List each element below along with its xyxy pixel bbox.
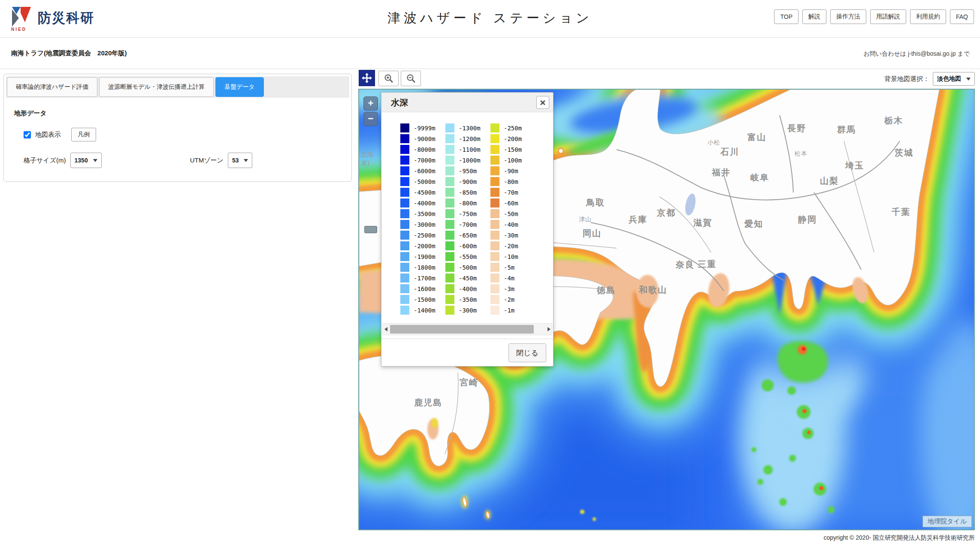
legend-row: -4500m bbox=[400, 188, 445, 197]
map-place-label: 奈良 bbox=[675, 260, 695, 269]
nav-button[interactable]: 解説 bbox=[802, 9, 826, 24]
legend-color-swatch bbox=[400, 156, 409, 165]
legend-color-swatch bbox=[445, 145, 454, 154]
legend-color-swatch bbox=[400, 263, 409, 272]
legend-row: -9999m bbox=[400, 123, 445, 132]
legend-color-swatch bbox=[400, 231, 409, 240]
gsi-tile-attribution[interactable]: 地理院タイル bbox=[923, 516, 972, 527]
legend-row: -2000m bbox=[400, 241, 445, 250]
legend-color-swatch bbox=[400, 188, 409, 197]
legend-depth-label: -1700m bbox=[414, 275, 436, 282]
legend-color-swatch bbox=[400, 134, 409, 143]
panel-body: 地形データ 地図表示 凡例 格子サイズ(m) 1350 UTMゾーン 53 bbox=[4, 100, 351, 181]
legend-color-swatch bbox=[400, 252, 409, 261]
map-zoom-in-button[interactable]: + bbox=[363, 96, 378, 111]
map-zoom-slider-handle[interactable] bbox=[364, 226, 377, 233]
map-place-label: 栃木 bbox=[884, 116, 903, 125]
map-place-label: 長野 bbox=[787, 123, 806, 133]
legend-depth-label: -600m bbox=[459, 243, 477, 249]
map-display-label[interactable]: 地図表示 bbox=[35, 131, 61, 139]
legend-depth-label: -1200m bbox=[459, 135, 481, 142]
scrollbar-thumb[interactable] bbox=[390, 325, 534, 334]
legend-row: -300m bbox=[445, 306, 490, 315]
legend-depth-label: -3500m bbox=[414, 210, 436, 217]
dialog-title-bar[interactable]: 水深 bbox=[381, 93, 553, 112]
tab-base-data[interactable]: 基盤データ bbox=[215, 77, 264, 97]
map-place-label: 鹿児島 bbox=[414, 398, 442, 407]
legend-color-swatch bbox=[400, 274, 409, 283]
legend-color-swatch bbox=[445, 295, 454, 304]
header-nav: TOP解説操作方法用語解説利用規約FAQ bbox=[774, 9, 974, 24]
map-place-label: 徳島 bbox=[596, 286, 616, 295]
legend-depth-label: -250m bbox=[504, 125, 522, 132]
legend-row: -1600m bbox=[400, 284, 445, 293]
legend-column-2: -1300m -1200m -1100m -1000m bbox=[445, 123, 490, 316]
background-map-select-label: 背景地図選択： bbox=[884, 75, 929, 83]
grid-size-label: 格子サイズ(m) bbox=[24, 156, 66, 165]
nav-button[interactable]: FAQ bbox=[950, 9, 974, 24]
legend-depth-label: -450m bbox=[459, 275, 477, 282]
map-zoom-controls: + − bbox=[363, 96, 378, 126]
map-place-label: 北陸 bbox=[361, 151, 374, 158]
map-place-label: 津山 bbox=[579, 216, 592, 222]
scroll-right-icon[interactable] bbox=[546, 324, 552, 335]
background-map-select-wrap: 背景地図選択： 淡色地図 bbox=[884, 72, 975, 86]
zoom-out-tool-button[interactable] bbox=[401, 71, 421, 86]
legend-row: -250m bbox=[490, 123, 533, 132]
legend-row: -8000m bbox=[400, 145, 445, 154]
tab-fault-model[interactable]: 波源断層モデル・津波伝播遡上計算 bbox=[99, 77, 214, 97]
legend-horizontal-scrollbar[interactable] bbox=[382, 323, 552, 335]
background-map-value: 淡色地図 bbox=[937, 75, 961, 83]
legend-depth-label: -3000m bbox=[414, 221, 436, 228]
legend-color-swatch bbox=[490, 209, 499, 218]
legend-depth-label: -100m bbox=[504, 157, 522, 164]
dataset-title: 南海トラフ(地震調査委員会 2020年版) bbox=[11, 49, 127, 57]
depth-legend-dialog: 水深 -9999m -9000m bbox=[381, 92, 554, 367]
legend-color-swatch bbox=[445, 188, 454, 197]
legend-color-swatch bbox=[400, 295, 409, 304]
legend-column-1: -9999m -9000m -8000m -7000m bbox=[400, 123, 445, 316]
map-place-label: 埼玉 bbox=[845, 161, 864, 170]
map-place-label: 兵庫 bbox=[628, 215, 647, 224]
map-place-label: 道) bbox=[361, 159, 370, 166]
map-zoom-out-button[interactable]: − bbox=[363, 112, 378, 126]
legend-depth-label: -4m bbox=[504, 275, 514, 282]
nav-button[interactable]: 操作方法 bbox=[830, 9, 866, 24]
legend-depth-label: -650m bbox=[459, 232, 477, 239]
map-place-label: 静岡 bbox=[798, 215, 817, 224]
legend-row: -6000m bbox=[400, 166, 445, 175]
map-place-label: 松本 bbox=[794, 150, 808, 157]
nav-button[interactable]: TOP bbox=[774, 9, 799, 24]
legend-color-swatch bbox=[490, 156, 499, 165]
legend-row: -850m bbox=[445, 188, 490, 197]
legend-color-swatch bbox=[400, 145, 409, 154]
map-display-checkbox[interactable] bbox=[24, 131, 31, 138]
control-panel: 確率論的津波ハザード評価 波源断層モデル・津波伝播遡上計算 基盤データ 地形デー… bbox=[3, 74, 352, 182]
nav-button[interactable]: 利用規約 bbox=[910, 9, 946, 24]
legend-depth-label: -4000m bbox=[414, 200, 436, 207]
legend-row: -600m bbox=[445, 241, 490, 250]
map-place-label: 鳥取 bbox=[586, 198, 605, 207]
legend-columns: -9999m -9000m -8000m -7000m bbox=[381, 112, 553, 322]
nav-button[interactable]: 用語解説 bbox=[870, 9, 906, 24]
utm-zone-select[interactable]: 53 bbox=[228, 153, 253, 168]
legend-color-swatch bbox=[490, 284, 499, 293]
pan-tool-button[interactable] bbox=[359, 70, 375, 86]
legend-row: -650m bbox=[445, 231, 490, 240]
legend-row: -4000m bbox=[400, 198, 445, 207]
legend-depth-label: -80m bbox=[504, 178, 518, 185]
magnifier-plus-icon bbox=[384, 73, 394, 84]
close-icon[interactable] bbox=[536, 96, 549, 109]
background-map-select[interactable]: 淡色地図 bbox=[933, 72, 975, 86]
legend-color-swatch bbox=[490, 241, 499, 250]
grid-size-select[interactable]: 1350 bbox=[70, 153, 102, 168]
legend-button[interactable]: 凡例 bbox=[71, 128, 96, 141]
scroll-left-icon[interactable] bbox=[383, 324, 389, 335]
legend-row: -200m bbox=[490, 134, 533, 143]
legend-depth-label: -1400m bbox=[414, 307, 436, 314]
zoom-in-tool-button[interactable] bbox=[378, 71, 399, 86]
legend-color-swatch bbox=[445, 156, 454, 165]
tab-probabilistic-hazard[interactable]: 確率論的津波ハザード評価 bbox=[7, 77, 97, 97]
dialog-close-button[interactable]: 閉じる bbox=[508, 343, 546, 362]
legend-row: -10m bbox=[490, 252, 533, 261]
